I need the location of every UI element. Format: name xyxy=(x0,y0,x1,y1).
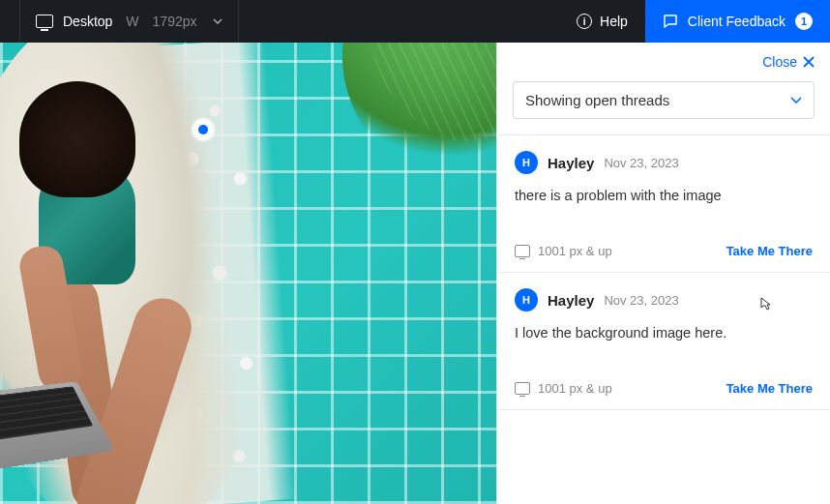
help-label: Help xyxy=(600,14,628,29)
canvas-area[interactable]: Close Showing open threads H Hayley Nov … xyxy=(0,43,830,504)
breakpoint-label: 1001 px & up xyxy=(515,381,612,396)
desktop-icon xyxy=(515,382,530,395)
thread-list: H Hayley Nov 23, 2023 there is a problem… xyxy=(497,134,830,504)
breakpoint-label: 1001 px & up xyxy=(515,244,612,258)
client-feedback-button[interactable]: Client Feedback 1 xyxy=(645,0,830,43)
thread-date: Nov 23, 2023 xyxy=(604,156,678,170)
chevron-down-icon xyxy=(790,97,802,104)
feedback-count-badge: 1 xyxy=(795,13,813,30)
author-name: Hayley xyxy=(548,292,594,309)
help-button[interactable]: i Help xyxy=(559,0,645,43)
desktop-icon xyxy=(36,15,53,28)
feedback-label: Client Feedback xyxy=(688,14,786,29)
feedback-marker[interactable] xyxy=(193,119,214,140)
device-label: Desktop xyxy=(63,14,112,29)
info-icon: i xyxy=(577,14,592,29)
top-bar: Desktop W 1792px i Help Client Feedback … xyxy=(0,0,830,43)
author-name: Hayley xyxy=(548,155,594,171)
close-label: Close xyxy=(762,54,797,70)
desktop-icon xyxy=(515,245,530,257)
chat-icon xyxy=(663,14,678,29)
thread-date: Nov 23, 2023 xyxy=(604,293,678,308)
take-me-there-button[interactable]: Take Me There xyxy=(726,381,813,396)
close-panel-button[interactable]: Close xyxy=(762,54,815,70)
thread-filter-select[interactable]: Showing open threads xyxy=(513,81,815,119)
width-prefix: W xyxy=(126,14,138,29)
chevron-down-icon xyxy=(213,18,222,24)
feedback-panel: Close Showing open threads H Hayley Nov … xyxy=(496,43,830,504)
thread-body: I love the background image here. xyxy=(515,325,813,341)
thread-item[interactable]: H Hayley Nov 23, 2023 I love the backgro… xyxy=(497,273,830,410)
avatar: H xyxy=(515,151,538,174)
avatar: H xyxy=(515,288,538,311)
take-me-there-button[interactable]: Take Me There xyxy=(726,244,813,258)
thread-body: there is a problem with the image xyxy=(515,188,813,203)
device-selector[interactable]: Desktop W 1792px xyxy=(19,0,239,43)
filter-label: Showing open threads xyxy=(525,92,669,108)
thread-item[interactable]: H Hayley Nov 23, 2023 there is a problem… xyxy=(497,135,830,273)
width-value: 1792px xyxy=(153,14,197,29)
close-icon xyxy=(803,56,815,68)
